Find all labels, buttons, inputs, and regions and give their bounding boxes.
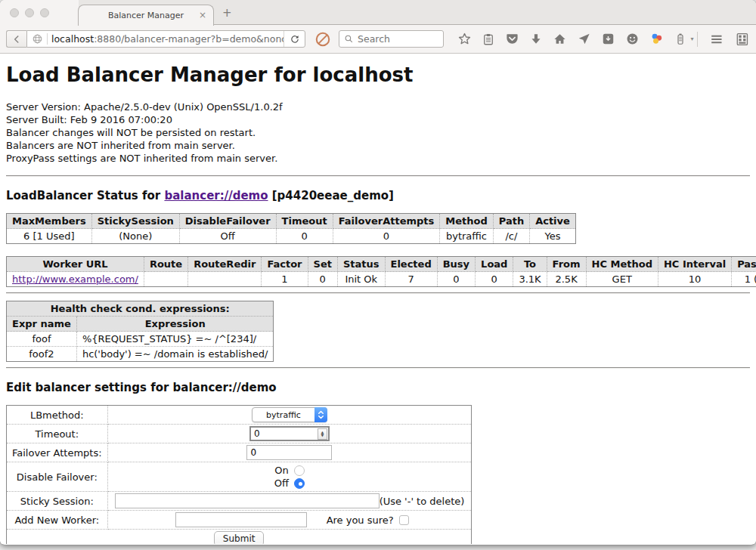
server-info-line: Balancer changes will NOT be persisted o… <box>6 126 750 139</box>
colors-extension-icon[interactable] <box>649 32 664 46</box>
worker-header-cell: RouteRedir <box>188 257 262 272</box>
balancer-header-cell: MaxMembers <box>7 214 92 229</box>
add-worker-input[interactable] <box>175 512 307 527</box>
worker-value-cell: 1 (0) <box>732 272 756 287</box>
health-col-exprname: Expr name <box>7 317 77 332</box>
expr-value: %{REQUEST_STATUS} =~ /^[234]/ <box>76 332 274 347</box>
block-icon[interactable] <box>314 31 331 48</box>
url-bar[interactable]: localhost:8880/balancer-manager?b=demo&n… <box>26 30 305 48</box>
health-col-expression: Expression <box>76 317 274 332</box>
navigation-toolbar: localhost:8880/balancer-manager?b=demo&n… <box>0 25 756 54</box>
browser-window: Balancer Manager × + localhost:8880/bala… <box>0 0 756 545</box>
health-table-title: Health check cond. expressions: <box>7 301 274 317</box>
bookmark-star-icon[interactable] <box>457 32 472 46</box>
overflow-caret-icon[interactable]: ▾ <box>691 36 694 42</box>
reading-list-icon[interactable] <box>482 32 495 46</box>
reload-icon <box>290 34 300 45</box>
lbmethod-label: LBmethod: <box>7 406 108 425</box>
sticky-session-input[interactable] <box>115 493 380 508</box>
timeout-label: Timeout: <box>7 425 108 443</box>
worker-header-cell: Factor <box>262 257 308 272</box>
submit-button[interactable]: Submit <box>214 531 265 544</box>
are-you-sure-checkbox[interactable] <box>399 515 409 525</box>
balancer-value-cell: 0 <box>276 229 333 244</box>
worker-header-cell: From <box>547 257 586 272</box>
worker-url-link[interactable]: http://www.example.com/ <box>12 273 138 285</box>
health-row: foof %{REQUEST_STATUS} =~ /^[234]/ <box>7 332 274 347</box>
panel-download-icon[interactable] <box>601 32 615 46</box>
balancer-header-cell: FailoverAttempts <box>333 214 440 229</box>
disable-failover-label: Disable Failover: <box>7 462 108 492</box>
worker-value-cell: 0 <box>476 272 513 287</box>
lbmethod-select[interactable]: bytraffic <box>252 407 327 422</box>
minimize-window-button[interactable] <box>25 8 34 17</box>
download-icon[interactable] <box>529 32 543 46</box>
battery-icon[interactable] <box>674 32 687 46</box>
url-input[interactable]: localhost:8880/balancer-manager?b=demo&n… <box>48 33 284 45</box>
menu-hamburger-icon[interactable] <box>708 32 725 47</box>
worker-header-cell: HC Interval <box>658 257 731 272</box>
share-icon[interactable] <box>577 32 591 46</box>
worker-value-cell: 3.1K <box>513 272 547 287</box>
worker-header-cell: To <box>513 257 547 272</box>
search-input[interactable] <box>358 33 429 45</box>
health-check-table: Health check cond. expressions: Expr nam… <box>6 301 274 362</box>
zoom-window-button[interactable] <box>40 8 49 17</box>
balancer-header-cell: Path <box>493 214 529 229</box>
chat-smiley-icon[interactable] <box>625 32 640 46</box>
divider <box>6 292 750 294</box>
failover-attempts-input[interactable] <box>246 445 332 460</box>
server-info-line: Server Version: Apache/2.5.0-dev (Unix) … <box>6 100 750 113</box>
divider <box>6 175 750 177</box>
worker-header-cell: Elected <box>385 257 437 272</box>
failover-attempts-label: Failover Attempts: <box>7 443 108 462</box>
server-info-line: Server Built: Feb 9 2016 07:00:20 <box>6 113 750 126</box>
traffic-lights <box>10 8 49 17</box>
radio-off-label: Off <box>274 477 289 489</box>
edit-balancer-form: LBmethod: bytraffic Timeout: 0 ▲▼ <box>6 405 472 544</box>
balancer-value-cell: Off <box>179 229 276 244</box>
disable-failover-off-radio[interactable] <box>294 478 305 489</box>
expr-value: hc('body') =~ /domain is established/ <box>76 347 274 362</box>
worker-url-cell: http://www.example.com/ <box>7 272 144 287</box>
pocket-icon[interactable] <box>505 32 519 46</box>
toolbar-icons: ▾ <box>457 32 694 46</box>
worker-header-cell: Status <box>337 257 385 272</box>
balancer-value-cell: 6 [1 Used] <box>7 229 92 244</box>
tab-close-icon[interactable]: × <box>199 10 206 20</box>
expr-name: foof <box>7 332 77 347</box>
radio-on-label: On <box>274 465 288 476</box>
search-icon <box>344 34 354 44</box>
balancer-header-cell: StickySession <box>91 214 179 229</box>
toolbar-separator <box>697 32 698 47</box>
tab-balancer-manager[interactable]: Balancer Manager × <box>78 5 214 26</box>
balancer-demo-link[interactable]: balancer://demo <box>164 189 268 202</box>
worker-value-row: http://www.example.com/ /* remaining cel… <box>7 272 756 287</box>
worker-value-cell: 0 <box>437 272 475 287</box>
search-bar[interactable] <box>339 30 444 48</box>
edit-balancer-heading: Edit balancer settings for balancer://de… <box>6 381 750 394</box>
balancer-header-cell: DisableFailover <box>179 214 276 229</box>
worker-header-cell: Passes <box>732 257 756 272</box>
health-row: foof2 hc('body') =~ /domain is establish… <box>7 347 274 362</box>
close-window-button[interactable] <box>10 8 19 17</box>
balancer-value-cell: (None) <box>91 229 179 244</box>
expr-name: foof2 <box>7 347 77 362</box>
tiles-grid-icon[interactable] <box>735 32 750 47</box>
server-info: Server Version: Apache/2.5.0-dev (Unix) … <box>6 100 750 165</box>
reload-button[interactable] <box>284 31 305 47</box>
back-button[interactable] <box>6 30 26 48</box>
balancer-value-row: 6 [1 Used](None)Off00bytraffic/c/Yes <box>7 229 576 244</box>
worker-value-cell <box>188 272 262 287</box>
page-title: Load Balancer Manager for localhost <box>6 54 750 86</box>
number-spinner-icon[interactable]: ▲▼ <box>318 428 327 440</box>
timeout-input[interactable]: 0 ▲▼ <box>249 426 330 441</box>
disable-failover-on-radio[interactable] <box>294 465 305 476</box>
balancer-header-cell: Active <box>530 214 576 229</box>
worker-value-cell: 0 <box>308 272 337 287</box>
balancer-header-row: MaxMembersStickySessionDisableFailoverTi… <box>7 214 576 229</box>
worker-value-cell: 1 <box>262 272 308 287</box>
new-tab-button[interactable]: + <box>222 6 232 20</box>
worker-value-cell: Init Ok <box>337 272 385 287</box>
home-icon[interactable] <box>553 32 567 46</box>
